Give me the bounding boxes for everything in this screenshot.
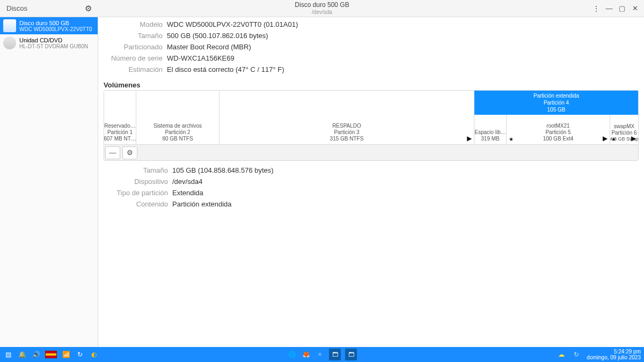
maximize-button[interactable]: ▢ [616, 3, 628, 14]
remove-partition-button[interactable]: — [105, 146, 120, 159]
content: Modelo WDC WD5000LPVX-22V0TT0 (01.01A01)… [98, 17, 644, 347]
wifi-icon[interactable]: 📶 [61, 350, 71, 359]
partition-6[interactable]: swapMX Partición 6 4,3 GB Swap ★ ▶ [610, 115, 638, 144]
titlebar-center: Disco duro 500 GB /dev/sda [295, 2, 349, 14]
taskbar-window-1[interactable]: 🗔 [329, 349, 341, 360]
star-icon: ★ [611, 136, 616, 142]
volume-icon[interactable]: 🔊 [31, 350, 41, 359]
partition-4-header[interactable]: Partición extendida Partición 4 105 GB [474, 91, 638, 115]
titlebar: Discos ⚙ Disco duro 500 GB /dev/sda ⋮ — … [0, 0, 644, 17]
label-assess: Estimación [104, 65, 163, 73]
kebab-menu-icon[interactable]: ⋮ [590, 4, 602, 13]
value-psize: 105 GB (104.858.648.576 bytes) [172, 166, 639, 174]
sidebar-item-hdd[interactable]: Disco duro 500 GB WDC WD5000LPVX-22V0TT0 [0, 17, 98, 34]
disk-title: Disco duro 500 GB [295, 2, 349, 9]
volume-toolbar: — ⚙ [104, 144, 638, 160]
value-size: 500 GB (500.107.862.016 bytes) [167, 32, 639, 40]
browser-icon[interactable]: 🌐 [287, 350, 297, 359]
volumes-heading: Volúmenes [104, 81, 639, 89]
firefox-icon[interactable]: 🦊 [301, 350, 311, 359]
label-device: Dispositivo [104, 178, 168, 186]
gear-icon[interactable]: ⚙ [85, 4, 92, 13]
minimize-button[interactable]: — [603, 3, 615, 14]
files-icon[interactable]: × [315, 350, 325, 359]
disk-info: Modelo WDC WD5000LPVX-22V0TT0 (01.01A01)… [104, 20, 639, 73]
extended-partition: Partición extendida Partición 4 105 GB E… [474, 91, 638, 144]
play-icon[interactable]: ▶ [467, 135, 472, 142]
tray-left: ▤ 🔔 🔊 📶 ↻ ◐ [3, 350, 99, 359]
play-icon[interactable]: ▶ [603, 135, 608, 142]
label-part: Particionado [104, 43, 163, 51]
value-device: /dev/sda4 [172, 178, 639, 186]
value-ptype: Extendida [172, 189, 639, 197]
volumes-row: Reservado… Partición 1 607 MB NT… Sistem… [104, 91, 638, 144]
label-content: Contenido [104, 200, 168, 208]
value-serial: WD-WXC1A156KE69 [167, 54, 639, 62]
partition-2[interactable]: Sistema de archivos Partición 2 80 GB NT… [136, 91, 219, 144]
titlebar-left: Discos ⚙ [0, 4, 98, 13]
value-model: WDC WD5000LPVX-22V0TT0 (01.01A01) [167, 20, 639, 28]
label-size: Tamaño [104, 32, 163, 40]
partition-3[interactable]: RESPALDO Partición 3 315 GB NTFS ▶ [219, 91, 474, 144]
tray-app-icon[interactable]: ☁ [557, 350, 566, 359]
app-title: Discos [6, 4, 27, 12]
clock-date: domingo, 09 julio 2023 [587, 354, 641, 360]
clock[interactable]: 5:24:29 pm domingo, 09 julio 2023 [587, 349, 641, 360]
hdd-icon [3, 19, 16, 32]
sidebar-item-title: Unidad CD/DVD [19, 37, 88, 43]
extended-children: Espacio lib… 319 MB rootMX21 Partición 5… [474, 115, 638, 144]
menu-icon[interactable]: ▤ [3, 350, 13, 359]
disk-subtitle: /dev/sda [295, 9, 349, 15]
value-part: Master Boot Record (MBR) [167, 43, 639, 51]
label-ptype: Tipo de partición [104, 189, 168, 197]
play-icon[interactable]: ▶ [631, 135, 636, 142]
close-button[interactable]: ✕ [629, 3, 641, 14]
partition-detail: Tamaño 105 GB (104.858.648.576 bytes) Di… [104, 166, 639, 208]
disc-icon [3, 36, 16, 49]
update-icon[interactable]: ↻ [75, 350, 85, 359]
sidebar-item-title: Disco duro 500 GB [19, 20, 92, 26]
tray-sync-icon[interactable]: ↻ [572, 350, 581, 359]
volumes-box: Reservado… Partición 1 607 MB NT… Sistem… [104, 90, 639, 161]
sidebar-item-sub: HL-DT-ST DVDRAM GUB0N [19, 43, 88, 49]
partition-options-button[interactable]: ⚙ [122, 146, 137, 159]
window-controls: ⋮ — ▢ ✕ [590, 3, 641, 14]
partition-1[interactable]: Reservado… Partición 1 607 MB NT… [104, 91, 136, 144]
app-icon[interactable]: ◐ [89, 350, 99, 359]
value-content: Partición extendida [172, 200, 639, 208]
sidebar: Disco duro 500 GB WDC WD5000LPVX-22V0TT0… [0, 17, 98, 347]
partition-5[interactable]: rootMX21 Partición 5 100 GB Ext4 ★ ▶ [507, 115, 610, 144]
star-icon: ★ [509, 136, 514, 142]
taskbar: ▤ 🔔 🔊 📶 ↻ ◐ 🌐 🦊 × 🗔 🗔 ☁ ↻ 5:24:29 pm dom… [0, 347, 644, 362]
sidebar-item-dvd[interactable]: Unidad CD/DVD HL-DT-ST DVDRAM GUB0N [0, 34, 98, 51]
clock-time: 5:24:29 pm [587, 349, 641, 354]
free-space[interactable]: Espacio lib… 319 MB [474, 115, 507, 144]
task-items: 🌐 🦊 × 🗔 🗔 [287, 349, 357, 360]
label-model: Modelo [104, 20, 163, 28]
value-assess: El disco está correcto (47° C / 117° F) [167, 65, 639, 73]
label-serial: Número de serie [104, 54, 163, 62]
notification-icon[interactable]: 🔔 [17, 350, 27, 359]
taskbar-window-2[interactable]: 🗔 [345, 349, 357, 360]
label-psize: Tamaño [104, 166, 168, 174]
keyboard-layout-flag[interactable] [45, 351, 57, 358]
main-area: Disco duro 500 GB WDC WD5000LPVX-22V0TT0… [0, 17, 644, 347]
sidebar-item-sub: WDC WD5000LPVX-22V0TT0 [19, 26, 92, 32]
